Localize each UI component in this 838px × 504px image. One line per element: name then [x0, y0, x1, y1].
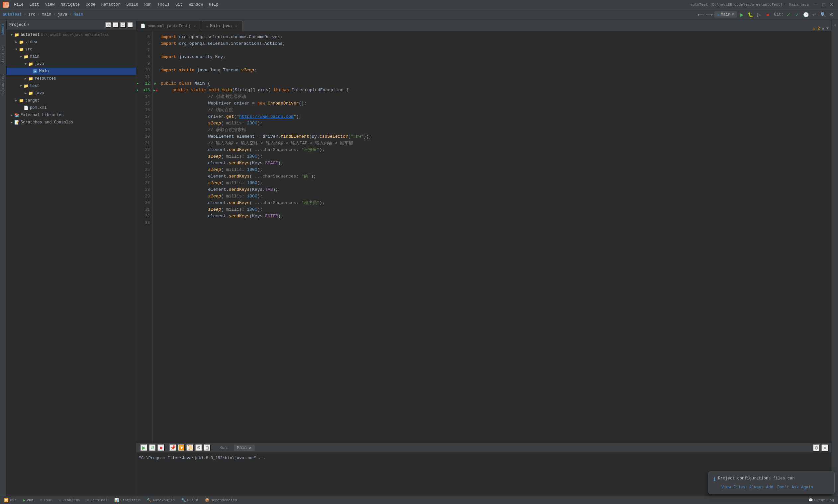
tree-label-scratches: Scratches and Consoles — [21, 120, 73, 125]
arrow-12[interactable]: ▶ — [153, 80, 158, 87]
status-statistic[interactable]: 📊 Statistic — [113, 497, 141, 504]
tree-item-main-java[interactable]: M Main — [7, 68, 136, 75]
run-icon: ▶ — [23, 498, 25, 502]
left-tab-structure[interactable]: Structure — [1, 44, 6, 66]
status-build[interactable]: 🔧 Build — [180, 497, 200, 504]
tree-item-java-main[interactable]: ▼ 📁 java — [7, 60, 136, 68]
run-tool-stop[interactable]: ■ — [157, 444, 165, 451]
menu-bar: J File Edit View Navigate Code Refactor … — [0, 0, 838, 9]
maximize-button[interactable]: □ — [820, 1, 827, 8]
tree-item-resources[interactable]: ▶ 📁 resources — [7, 75, 136, 82]
tree-icon-root: 📁 — [14, 32, 19, 37]
left-tab-commit[interactable]: Commit — [1, 21, 6, 37]
panel-dropdown-arrow[interactable]: ▼ — [27, 23, 29, 26]
tree-item-main-dir[interactable]: ▼ 📁 main — [7, 53, 136, 60]
status-todo[interactable]: ☑ TODO — [38, 497, 53, 504]
tree-item-test[interactable]: ▼ 📁 test — [7, 82, 136, 90]
tree-icon-main: 📁 — [23, 54, 29, 59]
status-dependencies[interactable]: 📦 Dependencies — [204, 497, 238, 504]
menu-git[interactable]: Git — [173, 1, 185, 8]
menu-run[interactable]: Run — [141, 1, 154, 8]
notification-view-files[interactable]: View Files — [721, 485, 745, 490]
vcs-rollback[interactable]: ↩ — [811, 11, 818, 18]
tab-pom[interactable]: 📄 pom.xml (autoTest) ✕ — [136, 21, 202, 31]
tree-item-scratches[interactable]: ▶ 📝 Scratches and Consoles — [7, 119, 136, 126]
notification-always-add[interactable]: Always Add — [749, 485, 773, 490]
breadcrumb-main[interactable]: main — [42, 12, 51, 17]
right-tab-placeholder[interactable]: ▷ — [832, 21, 838, 30]
left-tab-bookmarks[interactable]: Bookmarks — [1, 74, 6, 95]
run-config[interactable]: ☕ Main ▼ — [715, 11, 737, 18]
toolbar-settings[interactable]: ⚙ — [828, 11, 835, 18]
tree-arrow-main: ▼ — [19, 55, 23, 59]
vcs-history[interactable]: 🕐 — [802, 11, 809, 18]
line-31: 31 — [136, 206, 152, 213]
tree-item-external-libs[interactable]: ▶ 📚 External Libraries — [7, 111, 136, 119]
arrow-13[interactable]: ▶◉ — [153, 87, 158, 94]
status-autobuild[interactable]: 🔨 Auto-build — [146, 497, 176, 504]
menu-file[interactable]: File — [11, 1, 26, 8]
run-tool-pin[interactable]: 📌 — [169, 444, 176, 451]
panel-collapse-btn[interactable]: ≡ — [113, 22, 119, 28]
breadcrumb-file[interactable]: Main — [74, 12, 83, 17]
tree-item-idea[interactable]: ▶ 📁 .idea — [7, 38, 136, 46]
menu-code[interactable]: Code — [83, 1, 98, 8]
bottom-close-btn[interactable]: ✕ — [821, 444, 829, 452]
menu-refactor[interactable]: Refactor — [99, 1, 123, 8]
menu-navigate[interactable]: Navigate — [58, 1, 82, 8]
debug-button[interactable]: 🐛 — [747, 11, 754, 18]
minimize-button[interactable]: ─ — [812, 1, 819, 8]
run-tool-scroll[interactable]: 📜 — [186, 444, 194, 451]
tree-item-root[interactable]: ▼ 📁 autoTest D:\javaEE_code\java-ee\auto… — [7, 31, 136, 38]
toolbar: autoTest › src › main › java › Main ⟵ ⟶ … — [0, 9, 838, 20]
stop-button[interactable]: ■ — [764, 11, 771, 18]
status-git[interactable]: 🔀 Git — [3, 497, 18, 504]
tab-main[interactable]: ☕ Main.java ✕ — [202, 21, 243, 31]
notification-dont-ask[interactable]: Don't Ask Again — [777, 485, 813, 490]
run-tool-rerun[interactable]: ↺ — [149, 444, 156, 451]
code-editor[interactable]: import org.openqa.selenium.chrome.Chrome… — [158, 31, 827, 443]
status-terminal[interactable]: ⌨ Terminal — [85, 497, 109, 504]
menu-window[interactable]: Window — [186, 1, 206, 8]
tree-icon-main-java: M — [33, 69, 38, 74]
menu-tools[interactable]: Tools — [155, 1, 172, 8]
vcs-checkmark2[interactable]: ✓ — [793, 11, 801, 18]
run-tool-settings-small[interactable]: ⚙ — [195, 444, 202, 451]
scroll-up[interactable]: ▲ — [822, 26, 824, 31]
tree-item-src[interactable]: ▼ 📁 src — [7, 46, 136, 53]
bottom-tab-run[interactable]: Run: — [216, 445, 233, 451]
run-button[interactable]: ▶ — [738, 11, 745, 18]
menu-view[interactable]: View — [42, 1, 57, 8]
coverage-button[interactable]: ▷ — [755, 11, 763, 18]
toolbar-forward-button[interactable]: ⟶ — [706, 11, 713, 18]
status-run[interactable]: ▶ Run — [22, 497, 35, 504]
toolbar-back-button[interactable]: ⟵ — [697, 11, 704, 18]
run-tool-filter[interactable]: 🔽 — [178, 444, 185, 451]
run-tool-trash[interactable]: 🗑 — [204, 444, 211, 451]
autobuild-icon: 🔨 — [147, 498, 152, 502]
tree-item-pom[interactable]: 📄 pom.xml — [7, 104, 136, 111]
menu-help[interactable]: Help — [206, 1, 221, 8]
breadcrumb-project[interactable]: autoTest — [3, 12, 22, 17]
run-tool-play[interactable]: ▶ — [140, 444, 148, 451]
menu-build[interactable]: Build — [123, 1, 141, 8]
tree-item-java-test[interactable]: ▶ 📁 java — [7, 90, 136, 97]
breadcrumb-src[interactable]: src — [28, 12, 36, 17]
menu-edit[interactable]: Edit — [27, 1, 42, 8]
panel-scope-btn[interactable]: ⊕ — [105, 22, 111, 28]
status-event-log[interactable]: 💬 Event Log — [807, 498, 835, 502]
tab-pom-close[interactable]: ✕ — [193, 24, 197, 29]
panel-settings-btn[interactable]: ⚙ — [120, 22, 126, 28]
bottom-expand-btn[interactable]: ⚙ — [813, 444, 820, 452]
bottom-tab-main[interactable]: Main ✕ — [234, 445, 255, 451]
tree-item-target[interactable]: ▶ 📁 target — [7, 97, 136, 104]
breadcrumb-java[interactable]: java — [58, 12, 67, 17]
toolbar-search[interactable]: 🔍 — [819, 11, 827, 18]
tab-main-close[interactable]: ✕ — [234, 24, 238, 29]
panel-close-btn[interactable]: — — [127, 22, 133, 28]
tree-arrow-java-test: ▶ — [23, 91, 28, 95]
status-problems[interactable]: ⚠ Problems — [57, 497, 81, 504]
close-button[interactable]: ✕ — [828, 1, 835, 8]
vcs-checkmark1[interactable]: ✓ — [785, 11, 792, 18]
scroll-down[interactable]: ▼ — [826, 26, 829, 31]
